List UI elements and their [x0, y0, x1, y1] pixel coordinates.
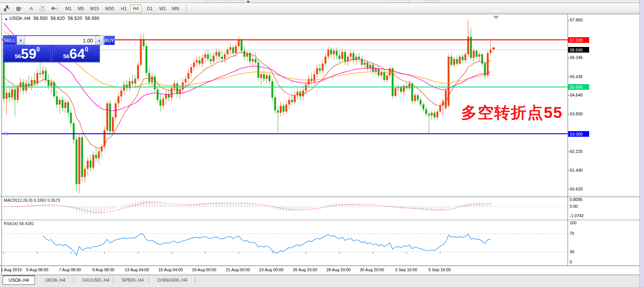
- time-tick: 5 Aug 08:00: [26, 267, 48, 272]
- ask-sup: 0: [85, 46, 88, 53]
- rsi-scale: 100: [570, 221, 576, 225]
- chart-header: ▲USOil-,H456.55056.62056.52056.590: [5, 16, 100, 21]
- chart-window: ▲USOil-,H456.55056.62056.52056.590 SELL …: [0, 14, 644, 275]
- tab-sp500[interactable]: SP500-,H4: [116, 276, 149, 284]
- tf-mn-button[interactable]: MN: [169, 5, 182, 12]
- axis-tick: 52.225: [570, 149, 583, 154]
- toolbar-grip[interactable]: [57, 5, 59, 12]
- time-tick: 23 Aug 00:00: [259, 267, 284, 272]
- quote-low: 56.520: [68, 16, 82, 21]
- window-edge: [639, 0, 644, 287]
- rsi-label: RSI(14) 58.4281: [4, 221, 34, 226]
- rsi-scale: 0: [570, 260, 572, 264]
- font-icon[interactable]: A: [26, 5, 36, 12]
- time-tick: 15 Aug 04:00: [158, 267, 183, 272]
- time-tick: 3 Sep 16:00: [395, 267, 417, 272]
- rsi-scale: 70: [570, 231, 574, 236]
- chart-end-marker-icon[interactable]: [493, 16, 499, 19]
- rsi-scale: 30: [570, 249, 574, 254]
- axis-tick: 54.640: [570, 93, 583, 97]
- sell-button[interactable]: SELL: [3, 36, 16, 45]
- axis-tick: 53.830: [570, 112, 583, 116]
- bid-prefix: 56: [15, 53, 21, 59]
- time-tick: 30 Aug 20:00: [360, 267, 384, 272]
- top-strip: [0, 0, 644, 3]
- tf-m1-button[interactable]: M1: [62, 5, 75, 12]
- volume-input[interactable]: [25, 36, 95, 45]
- status-fragment: [247, 1, 249, 3]
- tf-m15-button[interactable]: M15: [87, 5, 102, 12]
- volume-increase-button[interactable]: ▲: [95, 36, 103, 45]
- pivot-price-badge: 55.000: [568, 84, 589, 90]
- tf-m5-button[interactable]: M5: [75, 5, 87, 12]
- axis-tick: 50.620: [570, 187, 583, 191]
- quote-high: 56.620: [51, 16, 65, 21]
- time-tick: 19 Aug 00:00: [192, 267, 216, 272]
- tab-ukoil[interactable]: UKOil-,H4: [39, 276, 71, 284]
- ask-prefix: 56: [63, 53, 69, 59]
- current-price-badge: 56.590: [568, 47, 589, 53]
- text-box-icon[interactable]: T: [38, 5, 47, 12]
- macd-scale: 0.8005: [570, 197, 582, 202]
- macd-scale: -1.0742: [570, 213, 584, 218]
- axis-tick: 51.430: [570, 168, 583, 172]
- macd-scale: 0.00: [570, 204, 578, 208]
- bid-main: 59: [21, 48, 36, 60]
- symbol-marker-icon: ▲: [5, 17, 8, 21]
- rsi-value: 58.4281: [19, 221, 34, 226]
- tab-xauusd[interactable]: XAUUSD-,H4: [77, 276, 115, 284]
- time-tick: 7 Aug 08:00: [59, 267, 81, 272]
- time-tick: 21 Aug 00:00: [226, 267, 250, 272]
- time-tick: 5 Sep 16:00: [428, 267, 451, 272]
- macd-label: MACD(12,26,9) 0.3362 0.3573: [4, 198, 60, 202]
- resistance-price-badge: 57.020: [568, 37, 589, 43]
- support-price-badge: 53.000: [568, 131, 589, 137]
- time-tick: 28 Aug 20:00: [326, 267, 351, 272]
- tf-d1-button[interactable]: D1: [144, 5, 155, 12]
- axis-tick: 56.245: [570, 55, 583, 60]
- axis-tick: 57.850: [570, 18, 583, 22]
- chart-annotation-text[interactable]: 多空转折点55: [461, 102, 563, 123]
- tf-m30-button[interactable]: M30: [102, 5, 117, 12]
- volume-decrease-button[interactable]: ▼: [17, 36, 25, 45]
- quote-open: 56.550: [33, 16, 48, 21]
- toolbar: ▞E ▦F A T ❖▾ M1 M5 M15 M30 H1 H4 D1 W1 M…: [0, 3, 644, 14]
- symbol-title: USOil-,H4: [9, 16, 30, 21]
- bid-price-button[interactable]: 56 59 0: [3, 45, 51, 62]
- ask-price-button[interactable]: 56 64 0: [52, 45, 100, 62]
- tf-w1-button[interactable]: W1: [156, 5, 169, 12]
- time-tick: 13 Aug 04:00: [125, 267, 149, 272]
- quote-close: 56.590: [85, 16, 100, 21]
- symbol-tabbar: USOil-,H4 UKOil-,H4 XAUUSD-,H4 SP500-,H4…: [0, 275, 639, 287]
- bid-sup: 0: [36, 46, 40, 53]
- time-tick: 9 Aug 08:00: [92, 267, 115, 272]
- ask-main: 64: [69, 48, 85, 60]
- axis-tick: 55.435: [570, 74, 583, 79]
- tf-h1-button[interactable]: H1: [118, 5, 130, 12]
- time-tick: 1 Aug 2019: [1, 267, 22, 272]
- time-tick: 26 Aug 20:00: [293, 267, 317, 272]
- tab-usoil[interactable]: USOil-,H4: [3, 275, 35, 285]
- macd-values: 0.3362 0.3573: [33, 198, 60, 202]
- tab-china300[interactable]: CHINA300-,H4: [152, 276, 193, 284]
- profiles-icon[interactable]: ▞E: [2, 5, 12, 12]
- one-click-trade-panel: SELL ▼ ▲ BUY 56 59 0 56 64 0: [3, 35, 100, 62]
- grid-icon[interactable]: ▦F: [14, 5, 24, 12]
- buy-button[interactable]: BUY: [104, 36, 115, 45]
- tf-h4-button[interactable]: H4: [130, 5, 142, 12]
